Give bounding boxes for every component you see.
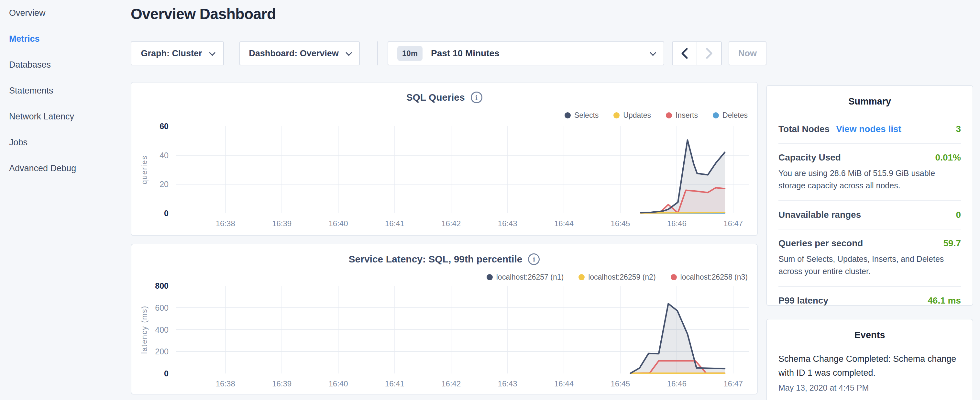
summary-row-value: 59.7 bbox=[943, 238, 961, 249]
chevron-down-icon bbox=[345, 49, 352, 56]
x-tick-label: 16:45 bbox=[611, 379, 630, 388]
time-range-badge: 10m bbox=[397, 46, 423, 61]
event-item[interactable]: Schema Change Completed: Schema change w… bbox=[778, 352, 961, 392]
x-tick-label: 16:47 bbox=[724, 379, 743, 388]
toolbar-divider bbox=[377, 41, 378, 65]
series-area bbox=[641, 140, 725, 213]
x-tick-label: 16:43 bbox=[498, 379, 517, 388]
x-tick-label: 16:44 bbox=[554, 379, 574, 388]
chevron-down-icon bbox=[650, 49, 656, 56]
y-axis-label: queries bbox=[140, 155, 148, 184]
sidebar-item-statements[interactable]: Statements bbox=[0, 78, 131, 104]
x-tick-label: 16:40 bbox=[328, 219, 348, 228]
summary-row-description: You are using 28.6 MiB of 515.9 GiB usab… bbox=[778, 167, 961, 191]
x-tick-label: 16:38 bbox=[216, 379, 235, 388]
time-range-dropdown[interactable]: 10m Past 10 Minutes bbox=[388, 41, 664, 65]
y-tick-label: 60 bbox=[159, 122, 169, 131]
x-tick-label: 16:47 bbox=[724, 219, 743, 228]
events-title: Events bbox=[778, 319, 961, 341]
x-tick-label: 16:46 bbox=[667, 219, 687, 228]
chevron-left-icon bbox=[679, 47, 690, 60]
y-tick-label: 0 bbox=[164, 209, 169, 218]
chart-sql-queries: SQL Queries i SelectsUpdatesInsertsDelet… bbox=[131, 82, 758, 236]
sidebar-item-jobs[interactable]: Jobs bbox=[0, 129, 131, 155]
sidebar-item-overview[interactable]: Overview bbox=[0, 0, 131, 26]
graph-dropdown-label: Graph: Cluster bbox=[141, 49, 202, 59]
chevron-right-icon bbox=[704, 47, 715, 60]
summary-title: Summary bbox=[778, 86, 961, 107]
x-tick-label: 16:39 bbox=[272, 219, 291, 228]
x-tick-label: 16:46 bbox=[667, 379, 687, 388]
x-tick-label: 16:44 bbox=[554, 219, 574, 228]
x-tick-label: 16:38 bbox=[216, 219, 235, 228]
summary-row: Capacity Used0.01%You are using 28.6 MiB… bbox=[778, 143, 961, 200]
summary-row-label: Total Nodes bbox=[778, 124, 830, 134]
summary-row-label: Unavailable ranges bbox=[778, 210, 861, 220]
graph-dropdown[interactable]: Graph: Cluster bbox=[131, 41, 224, 65]
dashboard-dropdown-label: Dashboard: Overview bbox=[249, 49, 339, 59]
summary-panel: Summary Total NodesView nodes list3Capac… bbox=[766, 85, 973, 306]
time-prev-button[interactable] bbox=[672, 41, 697, 65]
summary-row-label: Queries per second bbox=[778, 238, 863, 249]
x-tick-label: 16:45 bbox=[611, 219, 630, 228]
chart-service-latency: Service Latency: SQL, 99th percentile i … bbox=[131, 244, 758, 395]
x-tick-label: 16:43 bbox=[498, 219, 517, 228]
summary-row-value: 0 bbox=[956, 210, 961, 220]
sidebar-item-advanced-debug[interactable]: Advanced Debug bbox=[0, 155, 131, 181]
y-axis-label: latency (ms) bbox=[140, 306, 148, 354]
summary-row-description: Sum of Selects, Updates, Inserts, and De… bbox=[778, 253, 961, 277]
y-tick-label: 200 bbox=[155, 347, 169, 356]
dashboard-dropdown[interactable]: Dashboard: Overview bbox=[239, 41, 360, 65]
summary-row: Total NodesView nodes list3 bbox=[778, 115, 961, 143]
y-tick-label: 0 bbox=[164, 369, 169, 378]
summary-row-label: P99 latency bbox=[778, 295, 828, 306]
series-area bbox=[631, 304, 725, 373]
events-panel: Events Schema Change Completed: Schema c… bbox=[766, 319, 973, 400]
x-tick-label: 16:42 bbox=[441, 379, 461, 388]
toolbar: Graph: Cluster Dashboard: Overview 10m P… bbox=[0, 41, 980, 65]
x-tick-label: 16:39 bbox=[272, 379, 291, 388]
chevron-down-icon bbox=[209, 49, 215, 56]
summary-row: Queries per second59.7Sum of Selects, Up… bbox=[778, 229, 961, 286]
summary-row: P99 latency46.1 ms bbox=[778, 286, 961, 315]
x-tick-label: 16:42 bbox=[441, 219, 461, 228]
sidebar-item-network-latency[interactable]: Network Latency bbox=[0, 104, 131, 129]
event-timestamp: May 13, 2020 at 4:45 PM bbox=[778, 383, 961, 392]
y-tick-label: 400 bbox=[155, 325, 169, 334]
x-tick-label: 16:41 bbox=[385, 379, 404, 388]
y-tick-label: 40 bbox=[159, 151, 169, 160]
time-next-button[interactable] bbox=[697, 41, 722, 65]
time-range-label: Past 10 Minutes bbox=[431, 48, 500, 59]
x-tick-label: 16:41 bbox=[385, 219, 404, 228]
event-message: Schema Change Completed: Schema change w… bbox=[778, 352, 961, 380]
y-tick-label: 20 bbox=[159, 180, 169, 189]
summary-row: Unavailable ranges0 bbox=[778, 200, 961, 229]
now-button[interactable]: Now bbox=[729, 41, 767, 65]
view-nodes-list-link[interactable]: View nodes list bbox=[836, 124, 901, 134]
summary-row-label: Capacity Used bbox=[778, 153, 841, 163]
y-tick-label: 600 bbox=[155, 303, 169, 312]
chart-plot: 020406016:3816:3916:4016:4116:4216:4316:… bbox=[131, 83, 758, 237]
summary-row-value: 0.01% bbox=[935, 153, 961, 163]
summary-row-value: 3 bbox=[956, 124, 961, 134]
summary-row-value: 46.1 ms bbox=[928, 295, 961, 306]
page-title: Overview Dashboard bbox=[131, 5, 276, 23]
y-tick-label: 800 bbox=[155, 281, 169, 290]
x-tick-label: 16:40 bbox=[328, 379, 348, 388]
chart-plot: 020040060080016:3816:3916:4016:4116:4216… bbox=[131, 244, 758, 395]
